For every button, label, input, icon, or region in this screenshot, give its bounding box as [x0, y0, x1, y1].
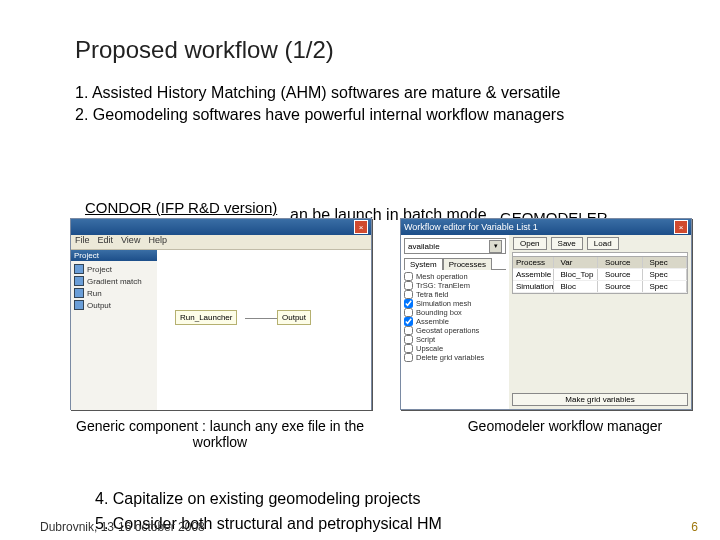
- checkbox[interactable]: [404, 290, 413, 299]
- condor-titlebar: ×: [71, 219, 371, 235]
- load-button[interactable]: Load: [587, 237, 619, 250]
- grid-header: Process Var Source Spec: [513, 256, 687, 269]
- geomodeler-titlebar: Workflow editor for Variable List 1 ×: [401, 219, 691, 235]
- cell: Bloc: [558, 281, 599, 292]
- cell: Assemble stack: [513, 269, 554, 280]
- checkbox[interactable]: [404, 308, 413, 317]
- sidebar-item[interactable]: Output: [74, 299, 154, 311]
- sidebar-item-label: Output: [87, 301, 111, 310]
- list-item-label: Tetra field: [416, 290, 449, 299]
- left-caption: Generic component : launch any exe file …: [70, 418, 370, 450]
- list-item[interactable]: Upscale: [404, 344, 506, 353]
- checkbox[interactable]: [404, 344, 413, 353]
- tab-processes[interactable]: Processes: [443, 258, 492, 270]
- workflow-node[interactable]: Run_Launcher: [175, 310, 237, 325]
- workflow-canvas[interactable]: Run_Launcher Output: [157, 250, 371, 410]
- right-caption: Geomodeler workflow manager: [450, 418, 680, 434]
- point-4: 4. Capitalize on existing geomodeling pr…: [95, 490, 421, 508]
- list-item[interactable]: Script: [404, 335, 506, 344]
- menu-view[interactable]: View: [121, 235, 140, 249]
- condor-sidebar: Project Project Gradient match Run Outpu…: [71, 250, 158, 410]
- list-item[interactable]: Bounding box: [404, 308, 506, 317]
- sidebar-item-label: Gradient match: [87, 277, 142, 286]
- right-pane: Open Save Load Process Var Source Spec A…: [509, 235, 691, 409]
- titlebar-text: Workflow editor for Variable List 1: [404, 222, 538, 232]
- menu-help[interactable]: Help: [148, 235, 167, 249]
- sidebar-item[interactable]: Project: [74, 263, 154, 275]
- cell: Source: [602, 281, 643, 292]
- list-item-label: Bounding box: [416, 308, 462, 317]
- col-process: Process: [513, 257, 554, 268]
- chevron-down-icon: ▾: [489, 240, 502, 253]
- menu-edit[interactable]: Edit: [98, 235, 114, 249]
- available-select[interactable]: available ▾: [404, 238, 506, 254]
- workflow-connector: [245, 318, 277, 319]
- table-row[interactable]: Simulation mesh Bloc Source Spec: [513, 281, 687, 293]
- sidebar-item-label: Project: [87, 265, 112, 274]
- list-item[interactable]: Delete grid variables: [404, 353, 506, 362]
- checkbox[interactable]: [404, 272, 413, 281]
- cell: Source: [602, 269, 643, 280]
- condor-menubar: File Edit View Help: [71, 235, 371, 250]
- page-number: 6: [691, 520, 698, 534]
- body-text: 1. Assisted History Matching (AHM) softw…: [75, 82, 680, 125]
- checkbox[interactable]: [404, 353, 413, 362]
- list-item-label: Mesh operation: [416, 272, 468, 281]
- item-icon: [74, 288, 84, 298]
- left-pane: available ▾ System Processes Mesh operat…: [401, 235, 510, 409]
- item-icon: [74, 276, 84, 286]
- item-icon: [74, 264, 84, 274]
- col-var: Var: [558, 257, 599, 268]
- cell: Bloc_Top: [558, 269, 599, 280]
- workflow-node[interactable]: Output: [277, 310, 311, 325]
- list-item[interactable]: Simulation mesh: [404, 299, 506, 308]
- point-2: 2. Geomodeling softwares have powerful i…: [75, 104, 680, 126]
- list-item-label: Simulation mesh: [416, 299, 471, 308]
- close-icon[interactable]: ×: [674, 220, 688, 234]
- list-item-label: Upscale: [416, 344, 443, 353]
- condor-window: × File Edit View Help Project Project Gr…: [70, 218, 372, 410]
- list-item[interactable]: Tetra field: [404, 290, 506, 299]
- checkbox[interactable]: [404, 299, 413, 308]
- col-spec: Spec: [647, 257, 688, 268]
- checkbox[interactable]: [404, 335, 413, 344]
- cell: Spec: [647, 269, 688, 280]
- slide-title: Proposed workflow (1/2): [75, 36, 334, 64]
- list-item-label: Geostat operations: [416, 326, 479, 335]
- footer-date: Dubrovnik, 13-16 october 2008: [40, 520, 205, 534]
- select-value: available: [408, 242, 440, 251]
- list-item-label: Script: [416, 335, 435, 344]
- sidebar-header: Project: [71, 250, 157, 261]
- list-item-label: Assemble: [416, 317, 449, 326]
- list-item-label: TrSG: TranElem: [416, 281, 470, 290]
- menu-file[interactable]: File: [75, 235, 90, 249]
- list-item[interactable]: TrSG: TranElem: [404, 281, 506, 290]
- tab-system[interactable]: System: [404, 258, 443, 270]
- geomodeler-window: Workflow editor for Variable List 1 × av…: [400, 218, 692, 410]
- save-button[interactable]: Save: [551, 237, 583, 250]
- list-item[interactable]: Assemble: [404, 317, 506, 326]
- list-item-label: Delete grid variables: [416, 353, 484, 362]
- col-source: Source: [602, 257, 643, 268]
- table-row[interactable]: Assemble stack Bloc_Top Source Spec: [513, 269, 687, 281]
- list-item[interactable]: Geostat operations: [404, 326, 506, 335]
- condor-label: CONDOR (IFP R&D version): [85, 199, 277, 216]
- point-1: 1. Assisted History Matching (AHM) softw…: [75, 82, 680, 104]
- item-icon: [74, 300, 84, 310]
- checkbox[interactable]: [404, 326, 413, 335]
- checkbox[interactable]: [404, 281, 413, 290]
- cell: Simulation mesh: [513, 281, 554, 292]
- sidebar-item[interactable]: Gradient match: [74, 275, 154, 287]
- close-icon[interactable]: ×: [354, 220, 368, 234]
- run-button[interactable]: Make grid variables: [512, 393, 688, 406]
- checkbox[interactable]: [404, 317, 413, 326]
- process-list: Mesh operation TrSG: TranElem Tetra fiel…: [404, 272, 506, 362]
- process-grid: Process Var Source Spec Assemble stack B…: [512, 252, 688, 294]
- open-button[interactable]: Open: [513, 237, 547, 250]
- sidebar-item-label: Run: [87, 289, 102, 298]
- list-item[interactable]: Mesh operation: [404, 272, 506, 281]
- cell: Spec: [647, 281, 688, 292]
- sidebar-item[interactable]: Run: [74, 287, 154, 299]
